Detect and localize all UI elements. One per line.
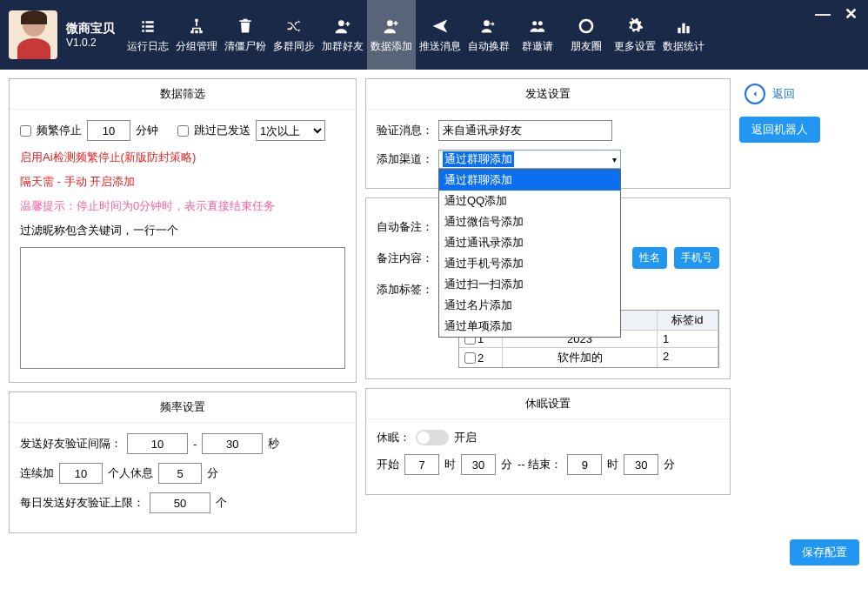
toolbar-gear-button[interactable]: 更多设置 (611, 0, 659, 70)
continuous-add-input[interactable] (59, 463, 103, 484)
app-version: V1.0.2 (66, 37, 115, 49)
panel-title: 休眠设置 (366, 389, 730, 419)
keyword-filter-textarea[interactable] (20, 247, 345, 369)
minimize-button[interactable]: — (812, 3, 833, 24)
frequency-panel: 频率设置 发送好友验证间隔： - 秒 连续加 个人休息 分 每日发送 (9, 392, 357, 533)
add-channel-dropdown[interactable]: 通过群聊添加 ▾ 通过群聊添加通过QQ添加通过微信号添加通过通讯录添加通过手机号… (438, 150, 621, 169)
sleep-label: 休眠： (377, 430, 411, 445)
freq-stop-label: 频繁停止 (37, 123, 82, 138)
start-hour-input[interactable] (404, 454, 439, 475)
channel-options-list: 通过群聊添加通过QQ添加通过微信号添加通过通讯录添加通过手机号添加通过扫一扫添加… (438, 169, 621, 338)
send-icon (431, 17, 450, 36)
table-row: 2软件加的2 (459, 347, 718, 367)
panel-title: 发送设置 (366, 79, 730, 110)
minute-label: 分钟 (136, 123, 158, 138)
sleep-toggle[interactable] (416, 430, 449, 445)
end-minute-input[interactable] (624, 454, 658, 475)
channel-option[interactable]: 通过名片添加 (439, 295, 620, 316)
user-add-icon (382, 17, 401, 36)
svg-point-2 (484, 20, 490, 26)
end-separator: -- 结束： (517, 457, 562, 472)
auto-remark-label: 自动备注： (377, 219, 433, 235)
sleep-panel: 休眠设置 休眠： 开启 开始 时 分 -- 结束： 时 分 (365, 388, 731, 495)
add-channel-label: 添加渠道： (377, 151, 433, 167)
second-label: 秒 (268, 436, 279, 452)
end-hour-input[interactable] (567, 454, 602, 475)
toolbar-user-add-button[interactable]: 数据添加 (367, 0, 416, 70)
interval-max-input[interactable] (202, 433, 263, 454)
data-filter-panel: 数据筛选 频繁停止 分钟 跳过已发送 1次以上 启用Ai检测频繁停止(新版防封策… (9, 78, 357, 383)
circle-icon (577, 17, 596, 36)
table-header-tagid: 标签id (658, 311, 718, 330)
panel-title: 数据筛选 (10, 79, 356, 110)
stop-time-hint: 温馨提示：停止时间为0分钟时，表示直接结束任务 (20, 198, 345, 214)
back-link[interactable]: 返回 (744, 84, 795, 104)
minute-label: 分 (501, 457, 512, 472)
toolbar-trash-button[interactable]: 清僵尸粉 (221, 0, 270, 70)
back-arrow-icon (744, 84, 765, 104)
toolbar-user-swap-button[interactable]: 自动换群 (464, 0, 513, 70)
toolbar-label: 运行日志 (127, 39, 169, 54)
toolbar-label: 群邀请 (522, 39, 553, 54)
unit-label: 个 (216, 495, 227, 511)
toolbar-tree-button[interactable]: 分组管理 (172, 0, 221, 70)
rest-input[interactable] (158, 463, 202, 484)
verify-message-label: 验证消息： (377, 123, 433, 138)
add-tag-label: 添加标签： (377, 282, 433, 298)
toolbar-send-button[interactable]: 推送消息 (416, 0, 464, 70)
start-minute-input[interactable] (461, 454, 496, 475)
toolbar-bars-button[interactable]: 数据统计 (659, 0, 708, 70)
remark-content-label: 备注内容： (377, 251, 433, 266)
close-button[interactable]: ✕ (840, 3, 861, 24)
remark-phone-button[interactable]: 手机号 (674, 247, 719, 269)
toolbar-label: 数据统计 (663, 39, 704, 54)
shuffle-icon (284, 17, 304, 36)
freq-stop-minutes-input[interactable] (87, 120, 130, 141)
freq-stop-checkbox[interactable] (20, 125, 31, 137)
channel-option[interactable]: 通过手机号添加 (439, 253, 620, 274)
toolbar-shuffle-button[interactable]: 多群同步 (270, 0, 318, 70)
back-robot-button[interactable]: 返回机器人 (739, 117, 820, 143)
tree-icon (187, 17, 206, 36)
toolbar-label: 数据添加 (371, 39, 412, 54)
channel-option[interactable]: 通过QQ添加 (439, 191, 620, 211)
channel-option[interactable]: 通过微信号添加 (439, 211, 620, 232)
hour-label: 时 (444, 457, 456, 472)
toolbar-label: 朋友圈 (571, 39, 602, 54)
minute-label: 分 (664, 457, 675, 472)
app-name: 微商宝贝 (66, 21, 115, 37)
start-label: 开始 (377, 457, 399, 472)
bars-icon (674, 17, 693, 36)
user-plus-icon (333, 17, 352, 36)
remark-name-button[interactable]: 性名 (632, 247, 667, 269)
toolbar-list-button[interactable]: 运行日志 (124, 0, 172, 70)
app-avatar (9, 10, 57, 59)
toolbar-label: 分组管理 (176, 39, 217, 54)
toolbar-label: 推送消息 (419, 39, 461, 54)
verify-message-input[interactable] (438, 120, 612, 141)
toolbar-users-button[interactable]: 群邀请 (513, 0, 562, 70)
interval-min-input[interactable] (127, 433, 188, 454)
svg-point-1 (387, 20, 393, 26)
channel-option[interactable]: 通过群聊添加 (439, 170, 620, 191)
rest-label: 个人休息 (108, 465, 153, 481)
svg-point-3 (532, 21, 537, 25)
hour-label: 时 (607, 457, 618, 472)
save-config-button[interactable]: 保存配置 (790, 539, 859, 566)
interval-label: 发送好友验证间隔： (20, 436, 122, 452)
keyword-filter-label: 过滤昵称包含关键词，一行一个 (20, 223, 345, 238)
skip-sent-checkbox[interactable] (177, 125, 189, 137)
count-select[interactable]: 1次以上 (256, 120, 325, 141)
send-settings-panel: 发送设置 验证消息： 添加渠道： 通过群聊添加 ▾ 通过群聊添加通过QQ添加通过… (365, 78, 731, 189)
toolbar-circle-button[interactable]: 朋友圈 (562, 0, 611, 70)
channel-option[interactable]: 通过单项添加 (439, 316, 620, 337)
daily-limit-label: 每日发送好友验证上限： (20, 495, 144, 511)
continuous-add-label: 连续加 (20, 465, 54, 481)
channel-option[interactable]: 通过通讯录添加 (439, 232, 620, 253)
toolbar-user-plus-button[interactable]: 加群好友 (318, 0, 367, 70)
ai-detection-hint: 启用Ai检测频繁停止(新版防封策略) (20, 150, 345, 165)
svg-point-0 (338, 20, 344, 26)
channel-option[interactable]: 通过扫一扫添加 (439, 274, 620, 295)
row-checkbox[interactable] (464, 352, 476, 364)
daily-limit-input[interactable] (150, 492, 210, 513)
